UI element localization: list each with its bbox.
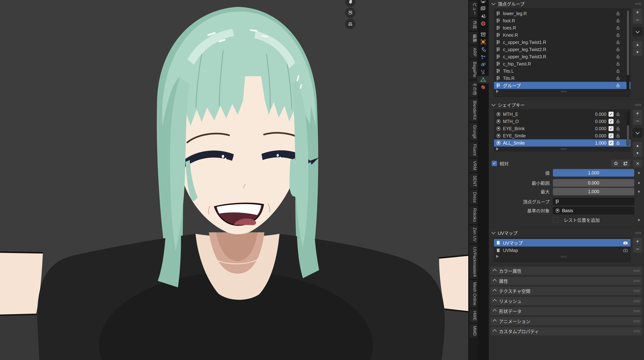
unlock-icon[interactable] [616,40,620,45]
list-scrollbar[interactable] [626,111,630,146]
relative-checkbox[interactable]: ✓ [492,161,497,166]
sidebar-tab-dress[interactable]: Dress [469,189,478,205]
remove-uv-map-button[interactable]: − [632,245,642,253]
move-down-button[interactable]: ▼ [632,48,642,56]
unlock-icon[interactable] [616,112,620,117]
custom-properties-panel-header[interactable]: カスタムプロパティ [490,327,642,336]
texture-space-panel-header[interactable]: テクスチャ空間 [490,287,642,295]
list-item[interactable]: lower_leg.R [494,10,630,17]
perspective-grid-icon[interactable] [345,19,356,29]
sidebar-tab-zenuv[interactable]: Zen UV [469,225,478,244]
list-scrollbar[interactable] [626,10,630,91]
list-item[interactable]: c_hip_Twist.R [494,60,630,67]
list-resize-grip[interactable] [560,91,566,92]
vertex-group-field[interactable] [553,198,634,205]
panel-drag-grip-icon[interactable] [635,232,642,234]
collection-properties-icon[interactable] [478,30,489,38]
unlock-icon[interactable] [616,25,620,30]
list-item-selected[interactable]: グループ [494,82,630,89]
unlock-icon[interactable] [616,133,620,138]
shape-key-value[interactable]: 1.000 [583,141,606,146]
sidebar-tab-mmd[interactable]: MMD [469,324,478,338]
list-expand-handle[interactable] [496,90,499,93]
list-item[interactable]: EYE_Brink 0.000 ✓ [494,125,630,132]
sidebar-tab-grungit[interactable]: Grungit [469,123,478,141]
shape-key-enable-checkbox[interactable]: ✓ [608,126,614,131]
add-vertex-group-button[interactable]: + [632,8,642,16]
list-expand-handle[interactable] [496,255,499,258]
remesh-panel-header[interactable]: リメッシュ [490,297,642,305]
value-slider[interactable]: 1.000 [553,169,634,177]
shape-key-edit-mode-icon[interactable] [620,159,630,168]
unlock-icon[interactable] [616,141,620,145]
inactive-render-camera-icon[interactable] [623,248,628,253]
unlock-icon[interactable] [616,83,620,88]
sidebar-tab-hwe[interactable]: HWE [469,309,478,323]
animate-dot[interactable] [638,172,640,174]
list-item[interactable]: c_upper_leg.Twist2.R [494,46,630,53]
particle-properties-icon[interactable] [478,53,489,61]
list-item[interactable]: EYE_Smile 0.000 ✓ [494,132,630,139]
remove-vertex-group-button[interactable]: − [632,16,642,24]
shape-key-enable-checkbox[interactable]: ✓ [608,112,614,117]
sidebar-tab-create[interactable]: 作成 [469,18,478,31]
list-item-selected[interactable]: ALL_Smile 1.000 ✓ [494,139,630,147]
list-resize-grip[interactable] [560,256,566,257]
sidebar-tab-misc[interactable]: その他 [469,80,478,97]
world-properties-icon[interactable] [478,20,489,27]
unlock-icon[interactable] [616,69,620,73]
view-layer-properties-icon[interactable] [478,5,489,12]
shape-key-enable-checkbox[interactable]: ✓ [608,133,614,138]
attributes-panel-header[interactable]: 属性 [490,277,642,285]
range-max-field[interactable]: 1.000 [553,188,634,195]
list-item[interactable]: c_upper_leg.Twist1.R [494,39,630,46]
panel-drag-grip-icon[interactable] [633,300,640,302]
rest-position-checkbox[interactable]: ✓ [553,217,559,223]
sidebar-tab-arp[interactable]: ARP [469,45,478,59]
object-properties-icon[interactable] [478,38,489,46]
unlock-icon[interactable] [616,76,620,81]
list-item[interactable]: Knee.R [494,31,630,39]
object-data-properties-icon[interactable] [478,76,489,83]
panel-drag-grip-icon[interactable] [635,104,642,106]
sidebar-tab-edit[interactable]: 編集 [469,32,478,45]
shape-key-lock-star-icon[interactable] [611,159,621,168]
animate-dot[interactable] [638,182,640,184]
list-expand-handle[interactable] [496,147,499,151]
add-shape-key-button[interactable]: + [632,109,642,117]
shape-keys-header[interactable]: シェイプキー [489,101,644,109]
panel-drag-grip-icon[interactable] [635,3,642,5]
vertex-group-specials-button[interactable] [632,27,642,36]
color-attributes-panel-header[interactable]: カラー属性 [490,266,642,275]
list-item[interactable]: Tits.L [494,67,630,75]
list-item[interactable]: UVMap [494,247,630,254]
vertex-groups-header[interactable]: 頂点グループ [489,0,644,7]
geometry-data-panel-header[interactable]: 形状データ [490,307,642,315]
shape-key-value[interactable]: 0.000 [583,126,606,131]
shape-key-specials-button[interactable] [632,128,642,138]
shape-key-value[interactable]: 0.000 [583,119,606,124]
unlock-icon[interactable] [616,54,620,59]
list-item-selected[interactable]: UVマップ [494,239,630,247]
active-render-camera-icon[interactable] [623,240,628,245]
sidebar-tab-fluent[interactable]: Fluent [469,142,478,158]
3d-viewport[interactable] [0,0,468,360]
remove-shape-key-button[interactable]: − [632,117,642,125]
close-icon[interactable]: × [633,159,642,168]
unlock-icon[interactable] [616,61,620,66]
move-up-button[interactable]: ▲ [632,40,642,48]
list-resize-grip[interactable] [560,148,566,150]
list-item[interactable]: MTH_E 0.000 ✓ [494,111,630,118]
shape-key-enable-checkbox[interactable]: ✓ [608,141,614,146]
list-item[interactable]: c_upper_leg.Twist3.R [494,53,630,60]
sidebar-tab-bagapie[interactable]: BagaPie [469,59,478,80]
animate-dot[interactable] [638,190,640,192]
output-properties-icon[interactable] [478,0,489,5]
sidebar-tab-uvpackmaster[interactable]: UVPackmaster4 [469,245,478,279]
sidebar-tab-view[interactable]: ビュー [469,0,478,17]
panel-drag-grip-icon[interactable] [633,280,640,282]
add-uv-map-button[interactable]: + [632,237,642,245]
unlock-icon[interactable] [616,119,620,124]
shape-key-value[interactable]: 0.000 [583,133,606,139]
unlock-icon[interactable] [616,33,620,37]
